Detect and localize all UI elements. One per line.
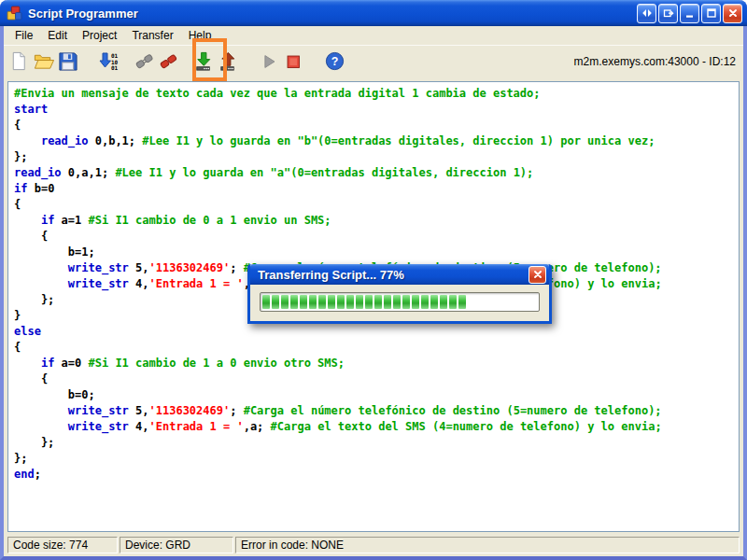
progress-segment — [281, 295, 289, 309]
code-line: }; — [14, 149, 737, 165]
open-file-icon — [33, 50, 54, 72]
code-line: { — [14, 118, 737, 133]
maximize-button[interactable] — [701, 4, 721, 23]
left-right-arrows-icon — [641, 7, 653, 19]
code-line: { — [14, 371, 737, 387]
progress-segment — [393, 295, 401, 309]
progress-segment — [300, 295, 307, 309]
progress-segment — [337, 295, 345, 309]
transfer-dialog-title: Transferring Script... 77% — [258, 268, 529, 282]
compile-script-icon: 01 10 01 — [97, 50, 120, 73]
open-file-button[interactable] — [32, 49, 54, 74]
minimize-button[interactable] — [680, 4, 699, 23]
progress-segment — [262, 295, 270, 309]
progress-segment — [430, 295, 438, 309]
upload-script-icon — [218, 50, 239, 72]
menu-item-help[interactable]: Help — [181, 27, 219, 44]
stop-script-button[interactable] — [282, 49, 304, 74]
upload-script-button[interactable] — [217, 49, 239, 74]
transfer-progress-bar — [260, 292, 540, 312]
maximize-icon — [706, 7, 717, 19]
help-icon: ? — [324, 50, 345, 72]
menu-item-edit[interactable]: Edit — [40, 27, 75, 44]
menu-item-transfer[interactable]: Transfer — [124, 27, 180, 44]
progress-segment — [374, 295, 382, 309]
code-line: read_io 0,b,1; #Lee I1 y lo guarda en "b… — [14, 133, 737, 149]
code-line: }; — [14, 435, 737, 451]
disconnect-button[interactable] — [133, 49, 155, 74]
save-file-button[interactable] — [56, 49, 78, 74]
code-line: else — [14, 324, 737, 340]
svg-text:01: 01 — [111, 64, 119, 71]
code-line: end; — [14, 467, 737, 483]
new-file-button[interactable] — [7, 49, 30, 74]
close-button[interactable] — [723, 4, 742, 23]
progress-segment — [402, 295, 410, 309]
progress-segment — [290, 295, 298, 309]
close-icon — [532, 269, 543, 280]
code-line: b=1; — [14, 245, 737, 260]
server-address-label: m2m.exemys.com:43000 - ID:12 — [574, 55, 736, 68]
popout-window-icon — [663, 7, 674, 19]
transfer-dialog-close-button[interactable] — [529, 266, 546, 284]
code-line: if a=0 #Si I1 cambio de 1 a 0 envio otro… — [14, 356, 737, 371]
menu-item-project[interactable]: Project — [75, 27, 124, 44]
menu-item-file[interactable]: File — [7, 27, 40, 44]
progress-segment — [328, 295, 335, 309]
progress-segment — [412, 295, 419, 309]
progress-segment — [421, 295, 429, 309]
progress-segment — [356, 295, 363, 309]
code-line: read_io 0,a,1; #Lee I1 y lo guarda en "a… — [14, 165, 737, 181]
window-title: Script Programmer — [28, 7, 637, 21]
progress-segment — [309, 295, 317, 309]
window-controls — [637, 4, 742, 23]
code-line: { — [14, 197, 737, 213]
toolbar: 01 10 01 — [4, 45, 743, 77]
transfer-dialog-body — [250, 285, 549, 321]
progress-segment — [346, 295, 354, 309]
minimize-icon — [684, 7, 696, 19]
progress-segment — [440, 295, 447, 309]
code-line: start — [14, 102, 737, 118]
svg-text:?: ? — [331, 55, 338, 68]
status-panel-1: Device: GRD — [120, 537, 233, 553]
app-icon — [7, 6, 22, 21]
progress-segment — [449, 295, 457, 309]
download-script-icon — [193, 50, 215, 72]
progress-segment — [318, 295, 326, 309]
code-line: write_str 5,'1136302469'; #Carga el núme… — [14, 403, 737, 419]
status-panel-0: Code size: 774 — [7, 537, 118, 553]
title-bar: Script Programmer — [0, 0, 747, 26]
status-bar: Code size: 774Device: GRDError in code: … — [4, 535, 743, 556]
compile-script-button[interactable]: 01 10 01 — [97, 49, 120, 74]
transfer-dialog-title-bar: Transferring Script... 77% — [250, 264, 549, 285]
code-line: if a=1 #Si I1 cambio de 0 a 1 envio un S… — [14, 213, 737, 229]
help-button[interactable]: ? — [323, 49, 345, 74]
app-window: Script Programmer — [0, 0, 747, 560]
progress-segment — [365, 295, 373, 309]
code-line: b=0; — [14, 387, 737, 403]
new-file-icon — [8, 50, 30, 72]
popout-window-button[interactable] — [658, 4, 678, 23]
transfer-dialog: Transferring Script... 77% — [247, 264, 552, 324]
menu-bar: FileEditProjectTransferHelp — [4, 26, 743, 45]
progress-segment — [384, 295, 391, 309]
status-panel-2: Error in code: NONE — [235, 537, 740, 553]
download-script-button[interactable] — [192, 49, 215, 74]
run-script-button[interactable] — [258, 49, 280, 74]
code-line: write_str 4,'Entrada 1 = ',a; #Carga el … — [14, 419, 737, 435]
connect-icon — [158, 50, 179, 72]
close-icon — [727, 7, 739, 19]
code-line: if b=0 — [14, 181, 737, 197]
run-script-icon — [259, 51, 279, 72]
progress-segment — [458, 295, 466, 309]
code-line: }; — [14, 451, 737, 467]
left-right-arrows-button[interactable] — [637, 4, 656, 23]
stop-script-icon — [283, 51, 303, 72]
code-line: #Envia un mensaje de texto cada vez que … — [14, 86, 737, 102]
save-file-icon — [57, 50, 78, 72]
code-line: { — [14, 340, 737, 356]
disconnect-icon — [134, 50, 155, 72]
code-line: { — [14, 229, 737, 245]
connect-button[interactable] — [157, 49, 179, 74]
